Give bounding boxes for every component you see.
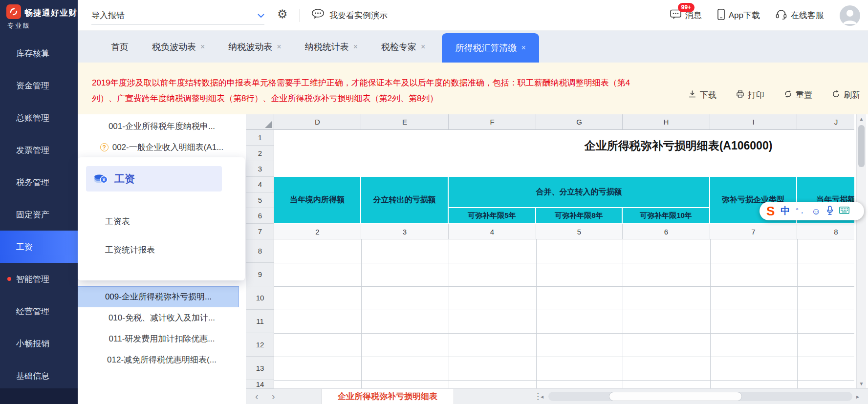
header-cell-fgh-group[interactable]: 合并、分立转入的亏损额 <box>449 177 710 208</box>
index-cell-g[interactable]: 5 <box>536 224 623 239</box>
online-support-button[interactable]: 在线客服 <box>776 9 824 22</box>
user-avatar[interactable] <box>840 5 860 26</box>
row-header-12[interactable]: 12 <box>246 333 274 357</box>
header-cell-f[interactable]: 可弥补年限5年 <box>449 208 536 224</box>
vertical-scrollbar-thumb[interactable] <box>858 125 865 167</box>
emoji-icon[interactable]: ☺ <box>811 207 821 216</box>
notice-actions: 下载 打印 重置 刷新 <box>688 89 860 101</box>
reset-button[interactable]: 重置 <box>784 89 812 101</box>
gear-icon[interactable]: ⚙ <box>277 7 288 21</box>
row-header-2[interactable]: 2 <box>246 146 274 161</box>
index-cell-h[interactable]: 6 <box>623 224 710 239</box>
ime-language-mode[interactable]: 中 <box>781 205 790 217</box>
column-header-d[interactable]: D <box>274 114 361 130</box>
tab-home[interactable]: 首页 <box>99 41 140 53</box>
tab-close-icon[interactable]: × <box>200 43 205 51</box>
refresh-button[interactable]: 刷新 <box>832 89 860 101</box>
keyboard-icon[interactable] <box>839 207 849 216</box>
row-header-11[interactable]: 11 <box>246 310 274 333</box>
help-icon[interactable]: ? <box>100 143 108 151</box>
row-header-14[interactable]: 14 <box>246 380 274 388</box>
row-header-3[interactable]: 3 <box>246 161 274 177</box>
vertical-scrollbar[interactable]: ▲ ▼ <box>856 114 866 388</box>
index-cell-f[interactable]: 4 <box>449 224 536 239</box>
sidebar-item-business-management[interactable]: 经营管理 <box>0 295 78 327</box>
scroll-down-icon[interactable]: ▼ <box>857 381 866 386</box>
sidebar-item-basic-info[interactable]: 基础信息 <box>0 360 78 392</box>
popup-item-payroll-statistics[interactable]: 工资统计报表 <box>105 244 155 256</box>
report-item-002[interactable]: ? 002-一般企业收入明细表(A1... <box>78 137 246 158</box>
tab-tax-inspection-expert[interactable]: 税检专家× <box>369 41 437 53</box>
horizontal-scrollbar-thumb[interactable] <box>609 392 742 401</box>
sheet-next-icon[interactable]: › <box>272 389 275 404</box>
tab-label: 税检专家 <box>381 41 416 53</box>
index-cell-d[interactable]: 2 <box>274 224 361 239</box>
select-all-corner[interactable] <box>246 114 274 130</box>
ime-punctuation-toggle[interactable]: °， <box>796 207 805 215</box>
row-header-6[interactable]: 6 <box>246 208 274 224</box>
scroll-up-icon[interactable]: ▲ <box>857 116 866 122</box>
index-cell-e[interactable]: 3 <box>361 224 449 239</box>
row-header-7[interactable]: 7 <box>246 224 274 239</box>
print-button[interactable]: 打印 <box>736 89 764 101</box>
header-cell-d[interactable]: 当年境内所得额 <box>274 177 361 224</box>
sidebar-item-label: 固定资产 <box>16 209 49 220</box>
tab-close-icon[interactable]: × <box>421 43 425 51</box>
report-item-009-selected[interactable]: 009-企业所得税弥补亏损明... <box>78 286 239 307</box>
report-item-label: 011-研发费用加计扣除优惠... <box>109 333 215 344</box>
row-header-4[interactable]: 4 <box>246 177 274 192</box>
header-cell-g[interactable]: 可弥补年限8年 <box>536 208 623 224</box>
row-header-1[interactable]: 1 <box>246 130 274 146</box>
popup-item-payroll-sheet[interactable]: 工资表 <box>105 216 130 228</box>
tab-close-icon[interactable]: × <box>277 43 281 51</box>
popup-header-payroll[interactable]: ¥ 工资 <box>86 166 222 191</box>
column-header-h[interactable]: H <box>623 114 710 130</box>
index-cell-i[interactable]: 7 <box>710 224 797 239</box>
header-cell-h[interactable]: 可弥补年限10年 <box>623 208 710 224</box>
row-header-9[interactable]: 9 <box>246 263 274 286</box>
app-download-button[interactable]: App下载 <box>717 9 760 22</box>
tab-tax-payment-fluctuation[interactable]: 纳税波动表× <box>217 41 293 53</box>
tab-close-icon[interactable]: × <box>353 43 358 51</box>
column-header-j[interactable]: J <box>797 114 854 130</box>
import-error-select[interactable]: 导入报错 <box>91 6 264 25</box>
hscroll-right-icon[interactable]: ▸ <box>856 393 859 400</box>
sidebar-item-smart-management[interactable]: 智能管理 <box>0 263 78 295</box>
sidebar-item-expense-reimbursement[interactable]: 小畅报销 <box>0 327 78 360</box>
messages-button[interactable]: 99+ 消息 <box>670 9 702 22</box>
sidebar-item-invoice-management[interactable]: 发票管理 <box>0 134 78 166</box>
column-header-f[interactable]: F <box>449 114 536 130</box>
report-item-001[interactable]: 001-企业所得税年度纳税申... <box>78 116 246 137</box>
report-item-010[interactable]: 010-免税、减计收入及加计... <box>78 307 246 328</box>
ime-logo[interactable]: S <box>766 205 775 217</box>
report-item-012[interactable]: 012-减免所得税优惠明细表(... <box>78 349 246 370</box>
sidebar-item-funds-management[interactable]: 资金管理 <box>0 69 78 102</box>
tab-close-icon[interactable]: × <box>521 43 525 52</box>
sidebar-item-payroll[interactable]: 工资 <box>0 231 78 263</box>
tab-tax-burden-fluctuation[interactable]: 税负波动表× <box>140 41 217 53</box>
sidebar-item-fixed-assets[interactable]: 固定资产 <box>0 198 78 231</box>
row-header-5[interactable]: 5 <box>246 192 274 208</box>
header-cell-e[interactable]: 分立转出的亏损额 <box>361 177 449 224</box>
sheet-tab-active[interactable]: 企业所得税弥补亏损明细表 <box>321 389 454 404</box>
row-header-10[interactable]: 10 <box>246 286 274 310</box>
tab-tax-statistics[interactable]: 纳税统计表× <box>293 41 369 53</box>
column-header-e[interactable]: E <box>361 114 449 130</box>
row-header-13[interactable]: 13 <box>246 357 274 380</box>
sheet-prev-icon[interactable]: ‹ <box>255 389 259 404</box>
report-item-011[interactable]: 011-研发费用加计扣除优惠... <box>78 328 246 349</box>
download-button[interactable]: 下载 <box>688 89 716 101</box>
row-header-8[interactable]: 8 <box>246 239 274 263</box>
tab-income-tax-settlement[interactable]: 所得税汇算清缴× <box>442 33 539 63</box>
demo-link[interactable]: 我要看实例演示 <box>311 6 388 24</box>
microphone-icon[interactable] <box>826 206 833 217</box>
sidebar-item-tax-management[interactable]: 税务管理 <box>0 166 78 198</box>
sidebar-item-general-ledger[interactable]: 总账管理 <box>0 102 78 134</box>
hscroll-left-icon[interactable]: ◂ <box>541 393 543 400</box>
column-header-g[interactable]: G <box>536 114 623 130</box>
print-label: 打印 <box>748 89 764 101</box>
index-cell-j[interactable]: 8 <box>797 224 854 239</box>
column-header-i[interactable]: I <box>710 114 797 130</box>
tab-label: 纳税统计表 <box>305 41 349 53</box>
sidebar-item-inventory-accounting[interactable]: 库存核算 <box>0 37 78 69</box>
